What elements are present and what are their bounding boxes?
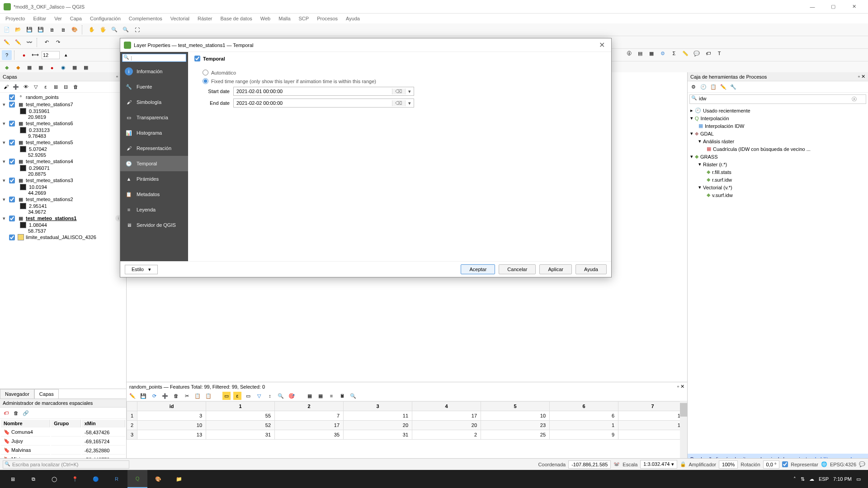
dialog-close-icon[interactable]: ✕: [596, 41, 608, 49]
red-circle-icon[interactable]: ●: [19, 50, 29, 60]
tray-lang[interactable]: ESP: [819, 476, 829, 482]
tray-notif-icon[interactable]: ▭: [856, 476, 861, 482]
zoom-in-icon[interactable]: 🔍: [109, 25, 119, 35]
menu-configuracion[interactable]: Configuración: [86, 15, 124, 22]
tray-up-icon[interactable]: ˄: [793, 476, 796, 482]
edit-icon[interactable]: ✏️: [2, 38, 12, 47]
dialog-search[interactable]: |: [122, 54, 186, 62]
layers-tree[interactable]: °random_points▾▦test_meteo_stations70.31…: [0, 93, 126, 389]
side-informacion[interactable]: iInformación: [120, 64, 188, 79]
accept-button[interactable]: Aceptar: [461, 264, 495, 274]
tray-sync-icon[interactable]: ⇅: [801, 476, 805, 482]
menu-malla[interactable]: Malla: [275, 15, 294, 22]
attr-paste-icon[interactable]: 📋: [204, 392, 212, 400]
scale-field[interactable]: 1:3.032.474 ▾: [640, 460, 677, 469]
start-icon[interactable]: ⊞: [3, 470, 23, 488]
bookmark-zoom-icon[interactable]: 🔗: [22, 409, 30, 417]
toolbox-results-icon[interactable]: 📋: [709, 83, 717, 91]
zoom-out-icon[interactable]: 🔍: [121, 25, 131, 35]
layer-row[interactable]: °random_points: [2, 94, 124, 101]
plugin1-icon[interactable]: ◆: [2, 63, 12, 73]
attr-conditional-icon[interactable]: ≡: [327, 392, 335, 400]
text-annotation-icon[interactable]: T: [714, 48, 724, 58]
digitize-icon[interactable]: 〰️: [24, 38, 34, 47]
maximize-button[interactable]: ▢: [823, 0, 844, 14]
attr-zoomsel-icon[interactable]: 🔍: [277, 392, 285, 400]
coord-field[interactable]: -107.886,21.585: [568, 460, 611, 469]
tab-navegador[interactable]: Navegador: [0, 389, 34, 399]
bookmarks-table[interactable]: Nombre Grupo xMin 🔖 Comuna4-58,437426🔖 J…: [0, 419, 126, 465]
bookmark-col-nombre[interactable]: Nombre: [1, 420, 50, 427]
toolbox-model-icon[interactable]: ⚙: [689, 83, 698, 91]
attr-filter-icon[interactable]: ▽: [255, 392, 263, 400]
r-icon[interactable]: R: [107, 470, 127, 488]
attr-dock-icon[interactable]: 🔍: [349, 392, 357, 400]
tray-time[interactable]: 7:10 PM: [833, 476, 852, 482]
toolbox-history-icon[interactable]: 🕘: [699, 83, 708, 91]
layer-row[interactable]: ▾▦test_meteo_stations4: [2, 158, 124, 165]
attr-edit-icon[interactable]: ✏️: [128, 392, 137, 400]
attr-deselect-icon[interactable]: ▭: [244, 392, 252, 400]
attr-delete-icon[interactable]: 🗑: [172, 392, 180, 400]
plugin3-icon[interactable]: ▦: [24, 63, 34, 73]
stats-icon[interactable]: Σ: [669, 48, 679, 58]
start-date-field[interactable]: [234, 87, 392, 95]
radio-fixed[interactable]: [203, 78, 208, 84]
expand-icon[interactable]: ⊞: [52, 83, 60, 91]
maptips-icon[interactable]: 💬: [692, 48, 702, 58]
bookmark-row[interactable]: 🔖 Malvinas-62,352880: [1, 446, 125, 455]
extents-icon[interactable]: 🐭: [613, 461, 620, 467]
tab-capas[interactable]: Capas: [34, 389, 59, 399]
side-representacion[interactable]: 🖌Representación: [120, 141, 188, 156]
minimize-button[interactable]: —: [802, 0, 823, 14]
bookmark-add-icon[interactable]: 🏷: [2, 409, 10, 417]
start-clear-icon[interactable]: ⌫: [392, 89, 405, 94]
attr-save-icon[interactable]: 💾: [139, 392, 147, 400]
menu-editar[interactable]: Editar: [29, 15, 50, 22]
menu-ver[interactable]: Ver: [51, 15, 66, 22]
slider-icon[interactable]: ⟷: [30, 50, 40, 60]
side-temporal[interactable]: 🕒Temporal: [120, 156, 188, 171]
filter-legend-icon[interactable]: ▽: [32, 83, 40, 91]
spin-input[interactable]: [42, 51, 60, 59]
menu-scp[interactable]: SCP: [295, 15, 313, 22]
end-dropdown-icon[interactable]: ▾: [405, 100, 414, 106]
menu-basedatos[interactable]: Base de datos: [217, 15, 255, 22]
layer-row[interactable]: ▾▦test_meteo_stations7: [2, 101, 124, 108]
layouts-icon[interactable]: 🗎: [58, 25, 68, 35]
attribute-grid[interactable]: id12345671355711171061321052172020231183…: [127, 401, 687, 461]
attr-cut-icon[interactable]: ✂: [183, 392, 191, 400]
toolbox-tree[interactable]: ▸🕘Usado recientemente ▾QInterpolación ▦I…: [688, 106, 868, 454]
saveas-icon[interactable]: 💾: [36, 25, 46, 35]
pan-to-selection-icon[interactable]: 🖐️: [98, 25, 108, 35]
bookmark-row[interactable]: 🔖 Comuna4-58,437426: [1, 428, 125, 436]
maps-icon[interactable]: 📍: [65, 470, 85, 488]
crs-icon[interactable]: 🌐: [821, 461, 827, 467]
messages-icon[interactable]: 💬: [859, 461, 865, 467]
menu-proyecto[interactable]: Proyecto: [2, 15, 28, 22]
bookmark-col-grupo[interactable]: Grupo: [51, 420, 80, 427]
menu-web[interactable]: Web: [257, 15, 274, 22]
attr-copy-icon[interactable]: 📋: [193, 392, 202, 400]
style-dock-icon[interactable]: 🖌: [2, 83, 10, 91]
bookmark-col-xmin[interactable]: xMin: [82, 420, 125, 427]
clear-search-icon[interactable]: ⓧ: [852, 96, 857, 103]
side-servidor[interactable]: 🖥Servidor de QGIS: [120, 217, 188, 233]
qgis-taskbar-icon[interactable]: Q: [127, 470, 147, 488]
toolbox-edit-icon[interactable]: ✏️: [719, 83, 727, 91]
add-group-icon[interactable]: ➕: [12, 83, 20, 91]
layer-row[interactable]: ▾▦test_meteo_stations5: [2, 139, 124, 146]
explorer-icon[interactable]: 📁: [169, 470, 189, 488]
plugin7-icon[interactable]: ▦: [70, 63, 80, 73]
save-project-icon[interactable]: 💾: [24, 25, 34, 35]
attr-select-icon[interactable]: ▭: [222, 392, 231, 400]
temporal-checkbox[interactable]: [194, 56, 200, 61]
end-clear-icon[interactable]: ⌫: [392, 100, 405, 106]
close-button[interactable]: ✕: [844, 0, 864, 14]
locator-search[interactable]: Escriba para localizar (Ctrl+K): [3, 460, 129, 469]
spin-up-icon[interactable]: ▴: [61, 50, 71, 60]
attr-table-icon[interactable]: ▤: [635, 48, 645, 58]
apply-button[interactable]: Aplicar: [539, 264, 572, 274]
plugin6-icon[interactable]: ◉: [58, 63, 68, 73]
expr-filter-icon[interactable]: ε: [42, 83, 50, 91]
